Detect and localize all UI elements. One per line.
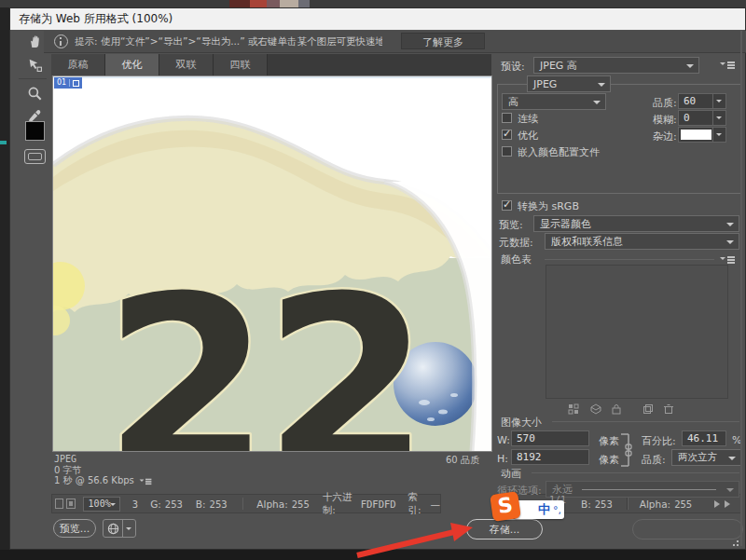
preset-dropdown[interactable]: JPEG 高 xyxy=(533,57,699,74)
toggle-slices-visibility-button[interactable] xyxy=(24,149,46,164)
image-size-rule xyxy=(552,421,739,422)
metadata-dropdown[interactable]: 版权和联系信息 xyxy=(545,233,739,250)
convert-srgb-checkbox[interactable] xyxy=(502,200,512,211)
percent-label: 百分比: xyxy=(642,434,676,448)
background-left-strip xyxy=(0,7,9,560)
constrain-proportions-link-icon[interactable] xyxy=(619,432,634,468)
blur-spinner-icon[interactable] xyxy=(712,111,725,125)
delete-color-icon[interactable] xyxy=(662,403,675,416)
g-label: G: xyxy=(150,499,161,510)
width-value: 570 xyxy=(517,432,535,444)
play-forward-icon xyxy=(714,500,724,508)
blur-input[interactable]: 0 xyxy=(678,110,726,126)
blur-value: 0 xyxy=(684,112,690,124)
dialog-title: 存储为 Web 所用格式 (100%) xyxy=(19,12,173,25)
sogou-logo[interactable]: S xyxy=(490,491,521,522)
ime-toolbar[interactable]: 中 °, xyxy=(514,500,564,519)
sliver-block xyxy=(267,0,280,7)
progressive-label: 连续 xyxy=(518,112,538,126)
width-input[interactable]: 570 xyxy=(511,430,589,446)
eyedropper-color-swatch[interactable] xyxy=(25,121,45,141)
matte-chevron-icon[interactable] xyxy=(712,128,725,142)
resample-quality-label: 品质: xyxy=(642,453,666,467)
quality-badge: 60 品质 xyxy=(446,454,479,467)
image-size-title: 图像大小 xyxy=(501,416,542,430)
blur-label: 模糊: xyxy=(653,113,677,127)
percent-input[interactable]: 46.11 xyxy=(682,430,726,446)
matte-swatch-dropdown[interactable] xyxy=(678,127,726,143)
height-unit: 像素 xyxy=(599,453,619,467)
preview-toggle-filled-icon[interactable] xyxy=(66,499,75,509)
toolbar-divider xyxy=(19,78,47,79)
preview-color-value: 显示器颜色 xyxy=(540,217,591,231)
width-unit: 像素 xyxy=(599,434,619,448)
save-for-web-screen: 存储为 Web 所用格式 (100%) 提示: 使用“文件”>“导出”>“导出为… xyxy=(0,0,746,560)
preview-toggle-icon[interactable] xyxy=(55,499,63,509)
preview-in-browser-button[interactable] xyxy=(103,519,136,538)
tab-original[interactable]: 原稿 xyxy=(51,54,105,75)
new-color-icon[interactable] xyxy=(642,403,655,416)
hint-bar: 提示: 使用“文件”>“导出”>“导出为...” 或右键单击某个图层可更快速地导… xyxy=(44,31,746,53)
b-label: B: xyxy=(196,499,206,510)
anim-b-value: 253 xyxy=(595,499,613,510)
b-value: 253 xyxy=(210,499,228,510)
preset-panel-menu-icon[interactable] xyxy=(720,60,735,70)
download-speed-menu-icon[interactable] xyxy=(140,477,152,485)
slice-selection-line xyxy=(53,76,491,78)
quality-label: 品质: xyxy=(653,96,677,110)
format-value: JPEG xyxy=(533,78,557,90)
color-table-box[interactable] xyxy=(546,265,728,399)
quality-input[interactable]: 60 xyxy=(678,93,726,109)
optimized-preview-canvas[interactable]: 22 xyxy=(52,75,492,452)
secondary-button[interactable] xyxy=(632,519,743,540)
background-teal-mark xyxy=(0,141,7,144)
browser-select-chevron[interactable] xyxy=(122,520,135,537)
slice-select-icon xyxy=(27,57,43,73)
index-value: — xyxy=(431,499,441,510)
convert-srgb-label: 转换为 sRGB xyxy=(518,199,579,213)
tab-optimized[interactable]: 优化 xyxy=(105,54,159,75)
slice-select-tool-button[interactable] xyxy=(24,54,45,75)
color-table-menu-icon[interactable] xyxy=(720,254,735,265)
slice-badge: 01 xyxy=(54,77,82,89)
anim-b-label: B: xyxy=(581,499,591,510)
dither-grid-icon[interactable] xyxy=(567,403,580,416)
next-frame-button[interactable] xyxy=(714,500,734,508)
tab-2up[interactable]: 双联 xyxy=(159,54,214,75)
lock-color-icon[interactable] xyxy=(610,403,623,416)
color-table-rule xyxy=(545,259,714,260)
zoom-level-dropdown[interactable]: 100% xyxy=(83,497,120,512)
web-shift-icon[interactable] xyxy=(589,403,602,416)
anim-alpha-value: 255 xyxy=(674,499,692,510)
ime-mode-toggle[interactable]: 中 xyxy=(538,501,550,518)
learn-more-button[interactable]: 了解更多 xyxy=(401,33,485,49)
optimized-label: 优化 xyxy=(518,129,538,143)
hint-text: 提示: 使用“文件”>“导出”>“导出为...” 或右键单击某个图层可更快速地导… xyxy=(75,35,382,48)
compression-quality-dropdown[interactable]: 高 xyxy=(502,93,606,110)
anim-alpha-label: Alpha: xyxy=(640,499,670,510)
sliver-block xyxy=(298,0,310,7)
tab-4up[interactable]: 四联 xyxy=(214,54,268,75)
preview-color-dropdown[interactable]: 显示器颜色 xyxy=(533,215,739,232)
magnifier-icon xyxy=(27,86,43,102)
resample-quality-value: 两次立方 xyxy=(678,451,717,464)
embed-profile-checkbox[interactable] xyxy=(502,146,512,157)
download-time-readout: 1 秒 @ 56.6 Kbps xyxy=(54,474,134,487)
embed-profile-label: 嵌入颜色配置文件 xyxy=(518,145,600,159)
slice-number: 01 xyxy=(57,78,66,88)
preset-value: JPEG 高 xyxy=(540,59,577,73)
format-dropdown[interactable]: JPEG xyxy=(527,75,611,92)
resample-quality-dropdown[interactable]: 两次立方 xyxy=(671,449,741,466)
preview-button[interactable]: 预览... xyxy=(53,519,96,538)
dialog-title-bar[interactable]: 存储为 Web 所用格式 (100%) xyxy=(10,8,745,30)
zoom-tool-button[interactable] xyxy=(24,83,45,103)
ime-punctuation-toggle[interactable]: °, xyxy=(553,504,561,516)
red-annotation-arrow xyxy=(350,520,480,560)
hand-tool-button[interactable] xyxy=(24,31,45,51)
quality-spinner-icon[interactable] xyxy=(712,94,725,108)
optimized-checkbox[interactable] xyxy=(502,130,512,140)
progressive-checkbox[interactable] xyxy=(502,113,512,123)
height-input[interactable]: 8192 xyxy=(511,449,589,465)
loop-options-dropdown[interactable]: 永远 xyxy=(546,481,739,498)
preview-color-label: 预览: xyxy=(499,218,523,232)
